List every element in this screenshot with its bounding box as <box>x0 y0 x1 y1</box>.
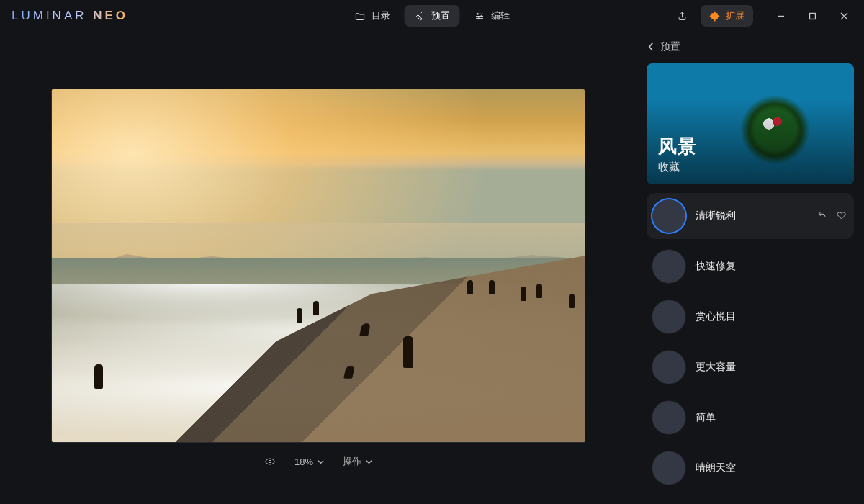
preset-label: 更大容量 <box>696 361 736 374</box>
collection-card[interactable]: 风景 收藏 <box>647 63 854 184</box>
preset-item[interactable]: 清晰锐利 <box>647 193 854 239</box>
chevron-down-icon <box>318 459 324 465</box>
extensions-button[interactable]: 扩展 <box>701 5 753 27</box>
actions-dropdown[interactable]: 操作 <box>343 455 372 468</box>
preset-favorite[interactable] <box>836 210 847 222</box>
collection-subtitle: 收藏 <box>658 161 697 174</box>
app-logo-suffix: NEO <box>93 9 128 22</box>
preset-item[interactable]: 简单 <box>647 395 854 441</box>
maximize-icon <box>809 12 816 20</box>
undo-icon <box>816 210 827 220</box>
chevron-left-icon <box>648 42 654 52</box>
preset-label: 简单 <box>696 411 716 424</box>
sparkle-icon <box>415 11 426 22</box>
zoom-value: 18% <box>294 456 313 467</box>
preset-thumb <box>652 300 685 333</box>
preset-label: 清晰锐利 <box>696 210 736 222</box>
preset-label: 快速修复 <box>696 260 736 273</box>
app-logo-text: LUMINAR <box>12 9 87 22</box>
svg-rect-3 <box>809 13 815 19</box>
preset-thumb <box>652 451 685 485</box>
close-icon <box>840 12 848 20</box>
preset-list: 清晰锐利快速修复赏心悦目更大容量简单晴朗天空 <box>636 193 864 501</box>
window-close[interactable] <box>828 5 860 27</box>
heart-icon <box>836 210 847 220</box>
workspace: 18% 操作 预置 风景 收藏 清晰锐利快速修复赏心悦目更大容量简单晴朗天空 <box>0 32 864 504</box>
window-minimize[interactable] <box>765 5 796 27</box>
preset-thumb <box>652 401 685 434</box>
window-maximize[interactable] <box>796 5 828 27</box>
viewer-footer: 18% 操作 <box>264 455 372 468</box>
window-controls <box>765 5 860 27</box>
minimize-icon <box>777 12 785 20</box>
mode-edit[interactable]: 编辑 <box>464 5 520 27</box>
mode-catalog-label: 目录 <box>372 9 390 22</box>
photo-viewport[interactable] <box>52 89 585 442</box>
panel-back[interactable]: 预置 <box>636 32 864 59</box>
preset-item[interactable]: 更大容量 <box>647 344 854 390</box>
title-bar: LUMINAR NEO 目录 预置 编辑 扩展 <box>0 0 864 32</box>
share-icon <box>677 11 688 22</box>
zoom-dropdown[interactable]: 18% <box>294 456 324 467</box>
mode-edit-label: 编辑 <box>491 9 510 22</box>
preset-thumb <box>652 351 685 384</box>
folder-icon <box>355 11 366 22</box>
sliders-icon <box>474 11 485 22</box>
presets-panel: 预置 风景 收藏 清晰锐利快速修复赏心悦目更大容量简单晴朗天空 <box>636 32 864 504</box>
preset-undo[interactable] <box>816 210 827 222</box>
mode-switcher: 目录 预置 编辑 <box>345 5 520 27</box>
svg-point-4 <box>269 460 271 462</box>
app-logo: LUMINAR NEO <box>12 9 128 23</box>
preset-label: 晴朗天空 <box>696 462 736 474</box>
collection-title: 风景 <box>658 134 697 159</box>
extensions-label: 扩展 <box>726 9 744 22</box>
preset-item[interactable]: 快速修复 <box>647 243 854 289</box>
chevron-down-icon <box>366 459 372 465</box>
preset-label: 赏心悦目 <box>696 310 736 323</box>
eye-icon <box>264 456 276 467</box>
actions-label: 操作 <box>343 455 361 468</box>
mode-catalog[interactable]: 目录 <box>345 5 400 27</box>
mode-presets-label: 预置 <box>431 9 450 22</box>
preset-actions <box>816 210 847 222</box>
preset-item[interactable]: 赏心悦目 <box>647 294 854 340</box>
preset-thumb <box>652 250 685 283</box>
mode-presets[interactable]: 预置 <box>405 5 460 27</box>
preset-thumb <box>652 199 685 233</box>
panel-title: 预置 <box>660 40 680 53</box>
compare-toggle[interactable] <box>264 456 276 467</box>
puzzle-icon <box>709 11 720 22</box>
share-button[interactable] <box>670 5 693 27</box>
canvas-area: 18% 操作 <box>0 32 636 504</box>
preset-item[interactable]: 晴朗天空 <box>647 445 854 491</box>
